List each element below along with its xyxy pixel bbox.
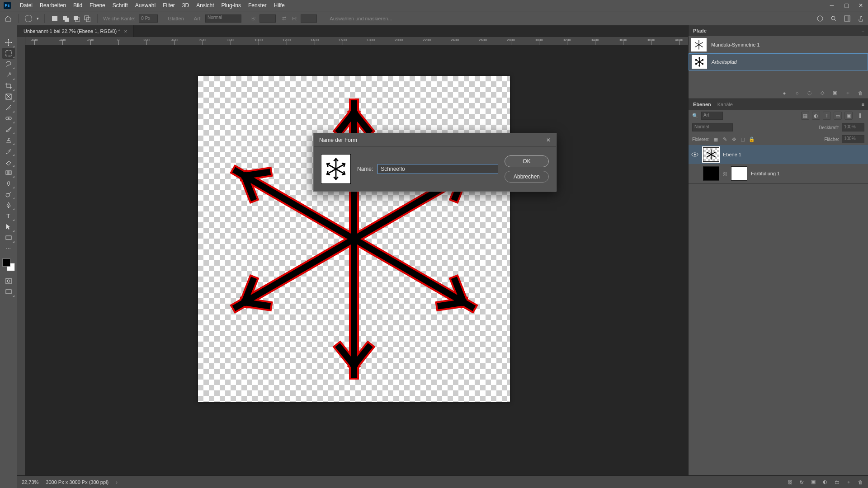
screen-mode-icon[interactable]	[2, 286, 15, 297]
color-swatches[interactable]	[2, 258, 15, 271]
fill-path-icon[interactable]: ●	[781, 90, 788, 96]
menu-edit[interactable]: Bearbeiten	[36, 0, 70, 11]
magic-wand-tool[interactable]	[2, 70, 15, 80]
filter-toggle-icon[interactable]: ⏽	[855, 113, 864, 118]
width-input[interactable]	[259, 14, 276, 23]
menu-window[interactable]: Fenster	[245, 0, 270, 11]
zoom-level[interactable]: 22,73%	[22, 479, 38, 485]
foreground-color-swatch[interactable]	[2, 258, 10, 267]
path-to-selection-icon[interactable]: ◌	[807, 90, 813, 96]
document-canvas[interactable]	[198, 76, 510, 402]
menu-type[interactable]: Schrift	[109, 0, 132, 11]
share-icon[interactable]	[856, 14, 865, 23]
cancel-button[interactable]: Abbrechen	[505, 171, 549, 183]
move-tool[interactable]	[2, 37, 15, 48]
new-layer-icon[interactable]: ＋	[845, 479, 852, 485]
add-mask-icon[interactable]: ▣	[810, 479, 816, 485]
blend-mode-combo[interactable]: Normal	[692, 123, 733, 131]
filter-pixel-icon[interactable]: ▦	[801, 112, 809, 120]
frame-tool[interactable]	[2, 91, 15, 102]
document-info[interactable]: 3000 Px x 3000 Px (300 ppi)	[46, 479, 108, 485]
eyedropper-tool[interactable]	[2, 102, 15, 113]
path-item[interactable]: Arbeitspfad	[689, 53, 868, 70]
menu-plugins[interactable]: Plug-ins	[218, 0, 245, 11]
menu-3d[interactable]: 3D	[179, 0, 193, 11]
layer-visibility-toggle[interactable]	[690, 152, 699, 157]
tool-preset-icon[interactable]	[24, 14, 33, 23]
channels-tab[interactable]: Kanäle	[717, 102, 733, 107]
rectangle-tool[interactable]	[2, 232, 15, 243]
layer-kind-combo[interactable]: Art	[701, 112, 723, 120]
history-brush-tool[interactable]	[2, 145, 15, 156]
adjustment-layer-icon[interactable]: ◐	[822, 479, 828, 485]
height-input[interactable]	[301, 14, 317, 23]
lock-position-icon[interactable]: ✥	[730, 136, 737, 143]
menu-select[interactable]: Auswahl	[132, 0, 159, 11]
horizontal-ruler[interactable]: -600-400-2000200400600800100012001400160…	[25, 37, 688, 45]
window-maximize-button[interactable]: ▢	[839, 0, 854, 11]
more-tools-icon[interactable]: ⋯	[2, 243, 15, 254]
tab-close-icon[interactable]: ×	[124, 28, 127, 34]
menu-image[interactable]: Bild	[70, 0, 86, 11]
paths-tab[interactable]: Pfade	[693, 28, 707, 33]
chevron-right-icon[interactable]: ›	[116, 479, 118, 485]
link-mask-icon[interactable]: ⛓	[723, 171, 727, 176]
dodge-tool[interactable]	[2, 189, 15, 200]
add-mask-icon[interactable]: ▣	[832, 90, 838, 96]
add-selection-icon[interactable]	[61, 14, 70, 23]
layer-style-icon[interactable]: fx	[798, 479, 805, 485]
panel-menu-icon[interactable]: ≡	[862, 102, 864, 107]
opacity-input[interactable]: 100%	[842, 123, 864, 131]
quick-mask-icon[interactable]	[2, 276, 15, 286]
path-selection-tool[interactable]	[2, 221, 15, 232]
vertical-ruler[interactable]	[17, 45, 25, 475]
selection-to-path-icon[interactable]: ◇	[819, 90, 826, 96]
filter-smart-icon[interactable]: ▣	[844, 112, 853, 120]
crop-tool[interactable]	[2, 80, 15, 91]
lock-transparency-icon[interactable]: ▦	[712, 136, 719, 143]
swap-wh-icon[interactable]: ⇄	[279, 14, 288, 23]
feather-input[interactable]	[139, 14, 158, 23]
workspace-icon[interactable]	[843, 14, 852, 23]
lock-pixels-icon[interactable]: ✎	[721, 136, 728, 143]
delete-path-icon[interactable]: 🗑	[857, 90, 863, 96]
pen-tool[interactable]	[2, 200, 15, 211]
layers-tab[interactable]: Ebenen	[693, 102, 711, 107]
dialog-close-button[interactable]: ✕	[544, 136, 552, 144]
path-item[interactable]: Mandala-Symmetrie 1	[689, 36, 868, 53]
delete-layer-icon[interactable]: 🗑	[857, 479, 863, 485]
subtract-selection-icon[interactable]	[72, 14, 81, 23]
lock-all-icon[interactable]: 🔒	[748, 136, 755, 143]
menu-layer[interactable]: Ebene	[86, 0, 109, 11]
ruler-origin[interactable]	[17, 37, 25, 45]
gradient-tool[interactable]	[2, 167, 15, 178]
new-selection-icon[interactable]	[50, 14, 59, 23]
stroke-path-icon[interactable]: ○	[794, 90, 800, 96]
link-layers-icon[interactable]: ⛓	[787, 479, 793, 485]
layer-item[interactable]: Ebene 1	[689, 145, 868, 164]
refine-edge-button[interactable]: Auswählen und maskieren...	[330, 16, 392, 21]
search-icon[interactable]: 🔍	[692, 113, 698, 119]
style-combo[interactable]: Normal	[205, 14, 241, 23]
new-path-icon[interactable]: ＋	[844, 90, 851, 96]
window-close-button[interactable]: ✕	[854, 0, 868, 11]
document-tab[interactable]: Unbenannt-1 bei 22,7% (Ebene 1, RGB/8) *…	[17, 25, 134, 37]
dialog-titlebar[interactable]: Name der Form ✕	[314, 133, 556, 147]
search-icon[interactable]	[829, 14, 838, 23]
layer-mask-thumbnail[interactable]	[731, 166, 747, 181]
filter-type-icon[interactable]: T	[823, 112, 831, 120]
filter-shape-icon[interactable]: ▭	[834, 112, 842, 120]
brush-tool[interactable]	[2, 124, 15, 135]
lock-artboard-icon[interactable]: ▢	[739, 136, 746, 143]
healing-brush-tool[interactable]	[2, 113, 15, 124]
layer-item[interactable]: ⛓ Farbfüllung 1	[689, 164, 868, 183]
menu-file[interactable]: Datei	[16, 0, 36, 11]
ok-button[interactable]: OK	[505, 155, 549, 167]
layer-thumbnail[interactable]	[703, 147, 719, 162]
type-tool[interactable]: T	[2, 211, 15, 221]
shape-name-input[interactable]	[377, 164, 498, 174]
home-icon[interactable]	[4, 14, 13, 23]
intersect-selection-icon[interactable]	[83, 14, 92, 23]
layer-thumbnail[interactable]	[703, 166, 719, 181]
window-minimize-button[interactable]: ─	[825, 0, 839, 11]
